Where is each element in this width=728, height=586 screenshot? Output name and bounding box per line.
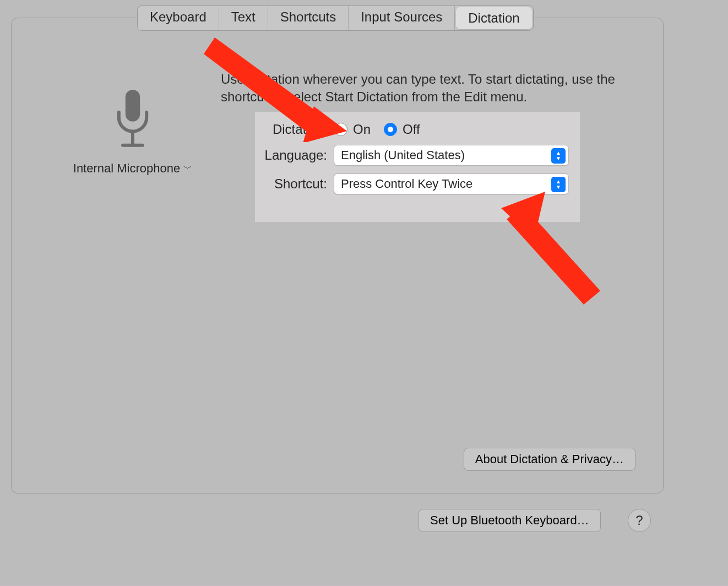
shortcut-row-label: Shortcut: (260, 176, 327, 192)
tab-keyboard[interactable]: Keyboard (138, 6, 219, 30)
language-row-label: Language: (260, 148, 327, 163)
shortcut-value: Press Control Key Twice (341, 177, 472, 191)
about-dictation-button[interactable]: About Dictation & Privacy… (464, 448, 635, 471)
setup-bluetooth-button[interactable]: Set Up Bluetooth Keyboard… (419, 509, 601, 532)
tab-bar: Keyboard Text Shortcuts Input Sources Di… (137, 6, 534, 31)
help-button[interactable]: ? (628, 509, 651, 532)
tab-text[interactable]: Text (219, 6, 268, 30)
dictation-off-radio[interactable] (384, 123, 397, 136)
dictation-off-label: Off (403, 122, 420, 137)
language-value: English (United States) (341, 148, 465, 162)
tab-shortcuts[interactable]: Shortcuts (268, 6, 349, 30)
tab-input-sources[interactable]: Input Sources (349, 6, 455, 30)
annotation-arrow-top (204, 32, 347, 142)
tab-dictation[interactable]: Dictation (456, 7, 531, 29)
annotation-arrow-bottom (490, 186, 611, 307)
dictation-on-label: On (353, 122, 371, 137)
language-select[interactable]: English (United States) (334, 145, 569, 166)
microphone-selector[interactable]: Internal Microphone ﹀ (73, 161, 192, 176)
updown-icon (551, 148, 566, 164)
chevron-down-icon: ﹀ (183, 163, 192, 175)
svg-rect-0 (126, 90, 140, 122)
microphone-icon (108, 90, 157, 150)
microphone-label: Internal Microphone (73, 161, 180, 176)
microphone-block: Internal Microphone ﹀ (58, 90, 207, 176)
